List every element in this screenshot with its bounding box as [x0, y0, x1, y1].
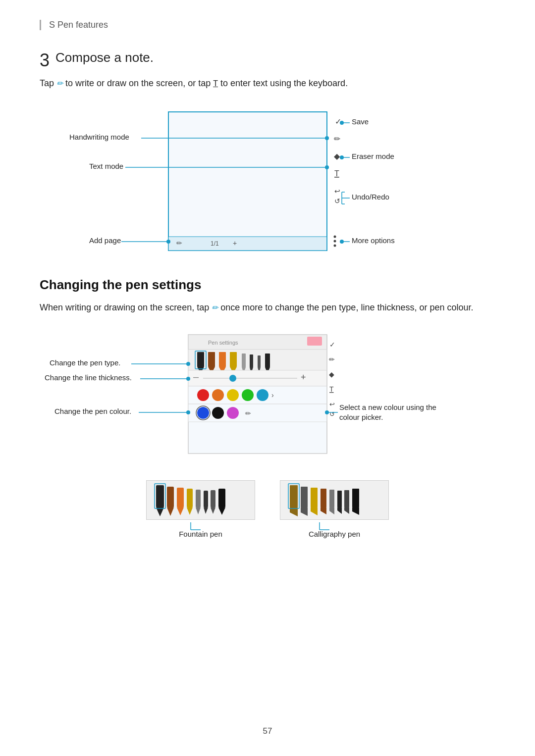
svg-marker-126 [321, 507, 326, 514]
svg-marker-109 [196, 507, 201, 514]
svg-text:↺: ↺ [334, 197, 340, 205]
note-editor-diagram: ✏ 1/1 + ✓ ✏ ◆ T ↩ ↺ Handwriting mode T [40, 102, 495, 262]
page-header: S Pen features [40, 20, 495, 30]
svg-rect-1 [168, 237, 327, 251]
svg-marker-115 [218, 507, 225, 515]
svg-point-99 [325, 410, 329, 414]
svg-point-39 [334, 245, 336, 247]
pen-settings-body: When writing or drawing on the screen, t… [40, 301, 495, 315]
svg-rect-0 [168, 112, 327, 251]
svg-point-89 [186, 362, 190, 366]
svg-marker-107 [187, 507, 193, 515]
svg-text:+: + [301, 372, 306, 382]
svg-text:✏: ✏ [329, 355, 335, 363]
svg-text:Save: Save [352, 117, 369, 126]
svg-rect-123 [311, 488, 318, 507]
svg-text:More options: More options [352, 236, 395, 245]
svg-text:+: + [233, 239, 237, 247]
svg-rect-45 [197, 352, 204, 367]
svg-rect-133 [352, 489, 359, 507]
svg-text:Pen settings: Pen settings [208, 340, 238, 346]
svg-point-75 [197, 407, 209, 419]
svg-point-38 [334, 240, 336, 243]
svg-rect-112 [211, 490, 215, 507]
svg-point-15 [325, 136, 329, 140]
svg-point-72 [257, 389, 268, 401]
svg-point-22 [166, 240, 170, 244]
svg-rect-110 [204, 491, 208, 507]
svg-marker-113 [211, 507, 215, 514]
svg-marker-132 [344, 507, 349, 514]
step3-title: Compose a note. [55, 50, 154, 65]
svg-rect-55 [250, 354, 253, 367]
svg-point-92 [186, 377, 190, 381]
svg-point-70 [227, 389, 239, 401]
svg-point-68 [197, 389, 209, 401]
page-number: 57 [263, 726, 272, 736]
fountain-pen-container: Fountain pen [146, 480, 255, 538]
page: S Pen features 3 Compose a note. Tap ✏ t… [0, 0, 535, 756]
svg-text:Text mode: Text mode [89, 162, 123, 170]
svg-rect-43 [307, 337, 322, 346]
svg-text:✏: ✏ [176, 239, 182, 247]
svg-point-76 [212, 407, 224, 419]
svg-rect-51 [230, 352, 237, 367]
svg-rect-119 [290, 485, 298, 507]
pen-icon-inline: ✏ [56, 79, 63, 88]
pen-images-section: Fountain pen [40, 480, 495, 538]
svg-rect-59 [265, 353, 270, 367]
svg-rect-121 [301, 487, 308, 507]
svg-text:T: T [334, 169, 339, 178]
svg-marker-122 [301, 507, 308, 516]
svg-rect-49 [219, 352, 226, 367]
T-icon-inline: T [213, 79, 218, 88]
svg-rect-129 [337, 491, 342, 507]
svg-text:Change the pen colour.: Change the pen colour. [54, 407, 131, 415]
svg-point-77 [227, 407, 239, 419]
step3-subtitle: Tap ✏ to write or draw on the screen, or… [40, 77, 495, 90]
svg-point-37 [334, 236, 336, 238]
svg-rect-102 [167, 487, 174, 507]
svg-text:↩: ↩ [329, 401, 335, 408]
svg-marker-124 [311, 507, 318, 515]
svg-text:1/1: 1/1 [211, 240, 219, 247]
fountain-pen-image [146, 480, 255, 520]
svg-text:✏: ✏ [334, 135, 341, 143]
svg-marker-111 [204, 507, 208, 514]
svg-point-28 [340, 155, 344, 159]
svg-text:T: T [329, 385, 334, 393]
section-label: S Pen features [49, 20, 108, 30]
step-number: 3 [40, 50, 50, 71]
svg-text:◆: ◆ [334, 152, 340, 160]
svg-text:Add page: Add page [89, 236, 121, 245]
svg-text:✓: ✓ [329, 341, 335, 349]
svg-rect-114 [218, 489, 225, 507]
svg-text:Change the pen type.: Change the pen type. [50, 358, 120, 367]
svg-point-36 [340, 240, 344, 244]
svg-text:↺: ↺ [329, 410, 335, 418]
svg-text:Handwriting mode: Handwriting mode [69, 133, 129, 141]
svg-marker-105 [177, 507, 184, 515]
svg-rect-104 [177, 488, 184, 507]
calligraphy-pen-image [280, 480, 389, 520]
step3-title-line: 3 Compose a note. [40, 50, 495, 71]
svg-text:↩: ↩ [334, 187, 340, 195]
pen-settings-heading: Changing the pen settings [40, 277, 495, 293]
fountain-pen-label: Fountain pen [146, 530, 255, 538]
svg-point-95 [186, 410, 190, 414]
svg-text:Eraser mode: Eraser mode [352, 152, 394, 160]
svg-marker-130 [337, 507, 342, 514]
svg-text:›: › [271, 391, 274, 399]
svg-marker-128 [329, 507, 334, 514]
svg-text:Undo/Redo: Undo/Redo [352, 193, 389, 201]
svg-rect-53 [242, 353, 246, 367]
pen-icon-inline-2: ✏ [212, 303, 218, 312]
svg-marker-103 [167, 507, 174, 516]
svg-rect-127 [329, 490, 334, 507]
svg-text:✏: ✏ [245, 409, 251, 417]
svg-rect-47 [208, 352, 215, 367]
svg-text:Change the line thickness.: Change the line thickness. [45, 373, 132, 382]
calligraphy-pen-container: Calligraphy pen [280, 480, 389, 538]
svg-point-69 [212, 389, 224, 401]
svg-text:◆: ◆ [329, 370, 334, 378]
